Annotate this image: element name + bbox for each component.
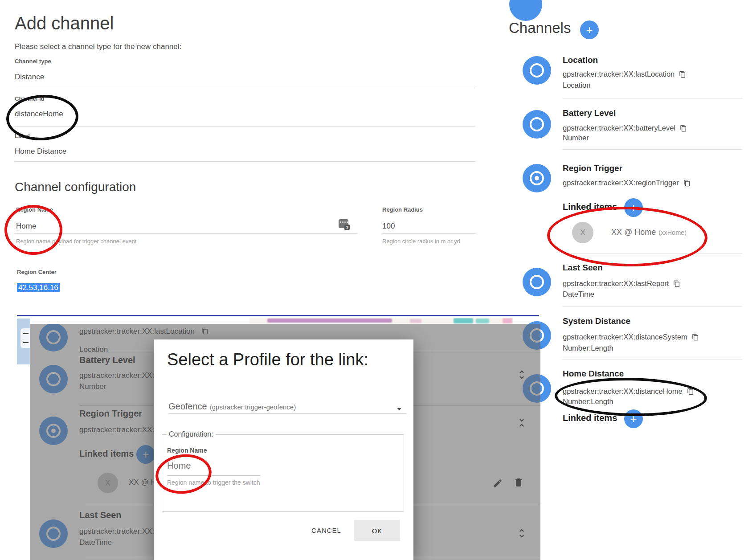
- divider: [563, 253, 742, 253]
- copy-icon[interactable]: [673, 280, 680, 287]
- divider: [15, 127, 475, 127]
- channel-type: Number: [563, 134, 589, 142]
- profile-select-detail: (gpstracker:trigger-geofence): [210, 403, 296, 411]
- battery-channel-icon: [523, 110, 551, 139]
- channel-uid: gpstracker:tracker:XX:distanceSystem: [563, 333, 699, 341]
- region-radius-label: Region Radius: [382, 206, 423, 213]
- profile-select-value: Geofence: [168, 401, 207, 411]
- add-link-button[interactable]: +: [624, 198, 643, 217]
- channel-title: Last Seen: [563, 263, 603, 273]
- channel-title: Region Trigger: [563, 164, 622, 173]
- divider: [563, 360, 742, 360]
- linked-item-avatar: X: [572, 222, 593, 243]
- label-field[interactable]: Home Distance: [15, 147, 66, 156]
- form-subtitle: Please select a channel type for the new…: [15, 42, 181, 51]
- map-fragment: [17, 319, 30, 364]
- copy-icon[interactable]: [692, 334, 699, 341]
- channel-type: Location: [563, 81, 590, 90]
- last-seen-channel-icon: [523, 268, 551, 296]
- channel-title: Battery Level: [563, 108, 616, 118]
- linked-item-label: XX @ Home: [611, 228, 656, 237]
- channel-uid: gpstracker:tracker:XX:batteryLevel: [563, 124, 687, 132]
- channel-type: Number:Length: [563, 344, 613, 352]
- configuration-fieldset: Configuration: Region Name Home Region n…: [162, 434, 404, 512]
- linked-item-detail: (xxHome): [658, 229, 687, 236]
- channel-title: Location: [563, 55, 598, 65]
- cancel-button[interactable]: CANCEL: [305, 520, 347, 540]
- region-trigger-channel-icon: [523, 164, 551, 192]
- autofill-badge: 3: [344, 225, 350, 230]
- region-name-hint: Region name payload for trigger channel …: [16, 238, 136, 245]
- channel-uid: gpstracker:tracker:XX:distanceHome: [563, 387, 694, 396]
- profile-dialog: Select a Profile for the link: Geofence(…: [154, 339, 413, 560]
- divider: [563, 306, 742, 307]
- scroll-top-fab[interactable]: [509, 0, 542, 21]
- plus-icon: +: [586, 23, 593, 37]
- channel-type-value[interactable]: Distance: [15, 73, 44, 82]
- autofill-dots: [340, 221, 348, 223]
- copy-icon[interactable]: [687, 388, 694, 395]
- channel-uid: gpstracker:tracker:XX:regionTrigger: [563, 179, 691, 187]
- ok-button[interactable]: OK: [354, 520, 400, 541]
- plus-icon: +: [630, 412, 637, 426]
- channel-type: DateTime: [563, 290, 594, 298]
- region-name-input[interactable]: Home: [16, 222, 36, 231]
- label-label: Label: [15, 133, 30, 139]
- add-link-button[interactable]: +: [624, 409, 643, 428]
- add-channel-button[interactable]: +: [580, 20, 599, 39]
- region-radius-hint: Region circle radius in m or yd: [382, 238, 460, 245]
- page-title: Add channel: [15, 13, 114, 33]
- channel-uid: gpstracker:tracker:XX:lastReport: [563, 279, 680, 288]
- channels-heading: Channels: [509, 20, 571, 37]
- region-name-hint: Region name to trigger the switch: [167, 479, 260, 486]
- selected-text: 42.53,16.16: [17, 283, 60, 292]
- region-radius-underline: [382, 233, 476, 234]
- linked-items-label: Linked items: [563, 413, 617, 423]
- channel-type: Number:Length: [563, 397, 613, 406]
- configuration-legend: Configuration:: [167, 430, 216, 438]
- divider: [15, 88, 475, 88]
- divider: [563, 149, 742, 150]
- select-underline: [168, 413, 407, 414]
- copy-icon[interactable]: [683, 180, 691, 187]
- region-name-underline: [15, 233, 358, 234]
- linked-item[interactable]: XX @ Home(xxHome): [611, 228, 687, 237]
- divider: [15, 161, 475, 162]
- channel-title: Home Distance: [563, 369, 624, 379]
- channel-uid: gpstracker:tracker:XX:lastLocation: [563, 70, 686, 78]
- channel-title: System Distance: [563, 316, 630, 326]
- map-edge-strip: [249, 318, 513, 324]
- region-name-input[interactable]: Home: [167, 461, 191, 471]
- region-center-input[interactable]: 42.53,16.16: [17, 283, 60, 292]
- divider: [563, 98, 742, 98]
- channel-id-label: Channel Id: [15, 95, 44, 102]
- copy-icon[interactable]: [680, 125, 687, 132]
- dialog-title: Select a Profile for the link:: [167, 350, 368, 369]
- plus-icon: +: [630, 201, 637, 215]
- autofill-extension-icon[interactable]: 3: [339, 219, 348, 228]
- channel-id-field[interactable]: distanceHome: [15, 110, 63, 119]
- location-channel-icon: [523, 56, 551, 85]
- channel-type-label: Channel type: [15, 58, 51, 65]
- region-name-label: Region Name: [16, 206, 53, 213]
- region-name-underline: [167, 475, 261, 476]
- linked-items-label: Linked items: [563, 202, 617, 212]
- channel-configuration-heading: Channel configuration: [15, 180, 136, 194]
- dropdown-arrow-icon[interactable]: [394, 404, 404, 414]
- region-center-label: Region Center: [17, 269, 57, 275]
- copy-icon[interactable]: [679, 71, 686, 78]
- region-name-label: Region Name: [167, 447, 207, 454]
- region-radius-input[interactable]: 100: [382, 222, 395, 231]
- region-center-focus-underline: [17, 315, 539, 316]
- profile-select[interactable]: Geofence(gpstracker:trigger-geofence): [168, 401, 296, 412]
